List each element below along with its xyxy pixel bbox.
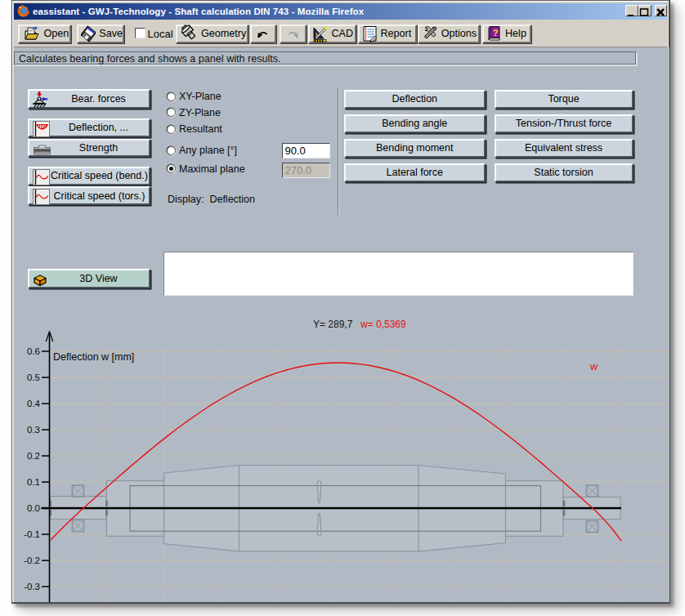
svg-text:-0.2: -0.2 xyxy=(24,556,40,565)
svg-text:0.5: 0.5 xyxy=(27,373,40,382)
svg-text:0.1: 0.1 xyxy=(27,477,40,487)
svg-text:0.3: 0.3 xyxy=(27,425,40,435)
svg-text:-0.1: -0.1 xyxy=(24,529,40,539)
svg-text:w: w xyxy=(589,361,598,373)
svg-text:0.2: 0.2 xyxy=(27,451,40,461)
svg-text:-0.3: -0.3 xyxy=(24,582,40,591)
svg-text:Deflection w [mm]: Deflection w [mm] xyxy=(53,351,134,363)
svg-text:0.0: 0.0 xyxy=(27,503,40,513)
svg-text:0.6: 0.6 xyxy=(27,346,40,356)
svg-text:0.4: 0.4 xyxy=(27,399,41,408)
